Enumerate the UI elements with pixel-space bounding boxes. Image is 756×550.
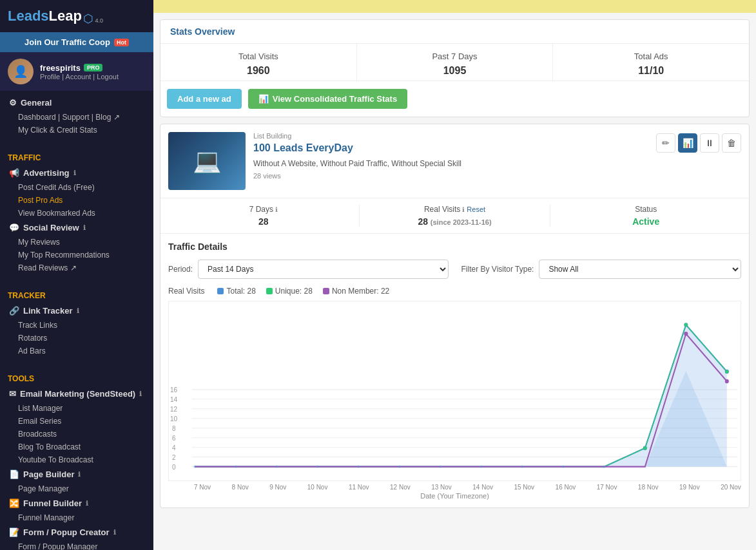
stats-button[interactable]: 📊 (678, 133, 697, 153)
svg-text:8: 8 (172, 425, 176, 432)
x-label-14nov: 14 Nov (472, 484, 493, 491)
info-icon-6[interactable]: ℹ (86, 500, 88, 507)
period-select[interactable]: Past 14 Days Past 7 Days Past 30 Days Pa… (198, 260, 448, 279)
info-icon-2[interactable]: ℹ (83, 224, 86, 231)
account-link[interactable]: Account (66, 73, 92, 81)
logo-version: ⬡ 4.0 (83, 12, 103, 26)
chart-x-title: Date (Your Timezone) (168, 492, 741, 500)
sidebar-item-link-tracker[interactable]: 🔗 Link Tracker ℹ (0, 303, 153, 319)
ad-card: 💻 List Building 100 Leads EveryDay Witho… (160, 124, 750, 508)
x-label-16nov: 16 Nov (556, 484, 576, 491)
visitor-type-select[interactable]: Show All Members Only Non Members Only (539, 260, 741, 279)
sidebar-item-form-creator[interactable]: 📝 Form / Popup Creator ℹ (0, 524, 153, 540)
svg-text:0: 0 (172, 464, 176, 471)
real-visits-since: (since 2023-11-16) (431, 218, 492, 226)
visitor-filter-group: Filter By Visitor Type: Show All Members… (461, 260, 742, 279)
svg-point-28 (725, 379, 729, 383)
status-label: Status (550, 205, 741, 214)
edit-button[interactable]: ✏ (656, 133, 675, 153)
form-icon: 📝 (9, 527, 19, 537)
sidebar-item-youtube-broadcast[interactable]: Youtube To Broadcast (0, 453, 153, 466)
traffic-section: Traffic 📢 Advertising ℹ Post Credit Ads … (0, 146, 153, 278)
sidebar-item-page-builder[interactable]: 📄 Page Builder ℹ (0, 466, 153, 482)
info-icon-3[interactable]: ℹ (77, 307, 79, 314)
sidebar-item-bookmarked-ads[interactable]: View Bookmarked Ads (0, 207, 153, 220)
svg-point-26 (725, 370, 728, 373)
x-label-17nov: 17 Nov (597, 484, 617, 491)
add-ad-button[interactable]: Add a new ad (167, 89, 242, 109)
sidebar-item-social-review[interactable]: 💬 Social Review ℹ (0, 220, 153, 236)
svg-text:14: 14 (170, 396, 177, 403)
delete-button[interactable]: 🗑 (722, 133, 741, 153)
sidebar-item-email-series[interactable]: Email Series (0, 415, 153, 428)
coop-button[interactable]: Join Our Traffic Coop Hot (0, 32, 153, 52)
info-icon-4[interactable]: ℹ (139, 390, 142, 397)
sidebar-item-click-credit[interactable]: My Click & Credit Stats (0, 124, 153, 137)
tools-section: Tools ✉ Email Marketing (SendSteed) ℹ Li… (0, 366, 153, 550)
sidebar-item-dashboard[interactable]: Dashboard | Support | Blog ↗ (0, 111, 153, 124)
email-icon: ✉ (9, 389, 16, 399)
info-icon-realvisits[interactable]: ℹ (462, 206, 465, 213)
total-ads-label: Total Ads (559, 52, 742, 61)
page-icon: 📄 (9, 469, 19, 479)
sidebar-item-ad-bars[interactable]: Ad Bars (0, 345, 153, 357)
sidebar-item-my-reviews[interactable]: My Reviews (0, 236, 153, 249)
sidebar-item-page-manager[interactable]: Page Manager (0, 482, 153, 495)
tracker-section: Tracker 🔗 Link Tracker ℹ Track Links Rot… (0, 283, 153, 361)
sidebar-item-post-pro-ads[interactable]: Post Pro Ads (0, 194, 153, 207)
info-icon-7[interactable]: ℹ (113, 529, 116, 536)
profile-link[interactable]: Profile (40, 73, 60, 81)
logout-link[interactable]: Logout (97, 73, 119, 81)
stats-row: Total Visits 1960 Past 7 Days 1095 Total… (160, 44, 749, 81)
sidebar-item-rotators[interactable]: Rotators (0, 332, 153, 345)
info-icon-7days[interactable]: ℹ (275, 206, 278, 213)
sidebar-item-track-links[interactable]: Track Links (0, 319, 153, 332)
ad-description: Without A Website, Without Paid Traffic,… (253, 158, 648, 169)
filter-by-visitor-label: Filter By Visitor Type: (461, 265, 534, 274)
total-ads-value: 11/10 (559, 65, 742, 77)
sidebar-item-funnel-builder[interactable]: 🔀 Funnel Builder ℹ (0, 495, 153, 511)
link-icon: 🔗 (9, 306, 19, 316)
past7days-cell: Past 7 Days 1095 (357, 44, 554, 81)
period-filter-group: Period: Past 14 Days Past 7 Days Past 30… (168, 260, 449, 279)
advertising-icon: 📢 (9, 168, 19, 178)
x-label-10nov: 10 Nov (307, 484, 328, 491)
sidebar-item-general[interactable]: ⚙ General (0, 95, 153, 111)
view-stats-button[interactable]: 📊 View Consolidated Traffic Stats (248, 89, 407, 109)
username: freespirits PRO (40, 63, 119, 73)
ad-category: List Building (253, 132, 648, 140)
user-links[interactable]: Profile | Account | Logout (40, 73, 119, 81)
sidebar-item-blog-broadcast[interactable]: Blog To Broadcast (0, 441, 153, 453)
stats-overview: Stats Overview Total Visits 1960 Past 7 … (160, 19, 750, 117)
ad-views: 28 views (253, 172, 648, 180)
info-icon-5[interactable]: ℹ (78, 471, 81, 478)
hot-badge: Hot (114, 39, 129, 46)
sidebar-item-advertising[interactable]: 📢 Advertising ℹ (0, 165, 153, 181)
pause-button[interactable]: ⏸ (700, 133, 719, 153)
unique-dot (266, 288, 273, 294)
top-bar (153, 0, 756, 13)
info-icon[interactable]: ℹ (73, 169, 76, 176)
reset-link[interactable]: Reset (467, 205, 485, 213)
svg-point-34 (398, 465, 401, 468)
sidebar-item-form-manager[interactable]: Form / Popup Manager (0, 540, 153, 550)
sidebar-item-top-recommendations[interactable]: My Top Recommendations (0, 249, 153, 261)
sidebar-item-funnel-manager[interactable]: Funnel Manager (0, 511, 153, 524)
avatar-image: 👤 (8, 59, 34, 84)
traffic-details-title: Traffic Details (168, 242, 741, 252)
ad-thumbnail: 💻 (168, 132, 246, 190)
svg-text:4: 4 (172, 444, 176, 451)
sidebar-item-post-credit-ads[interactable]: Post Credit Ads (Free) (0, 181, 153, 194)
seven-days-label: 7 Days ℹ (168, 205, 359, 214)
x-label-13nov: 13 Nov (431, 484, 452, 491)
social-review-icon: 💬 (9, 223, 19, 232)
sidebar-item-email-marketing[interactable]: ✉ Email Marketing (SendSteed) ℹ (0, 386, 153, 402)
sidebar-item-read-reviews[interactable]: Read Reviews ↗ (0, 261, 153, 274)
svg-text:10: 10 (170, 415, 177, 422)
sidebar-item-list-manager[interactable]: List Manager (0, 402, 153, 415)
seven-days-cell: 7 Days ℹ 28 (168, 205, 360, 227)
svg-point-25 (684, 323, 688, 327)
sidebar-item-broadcasts[interactable]: Broadcasts (0, 428, 153, 441)
chart-area: 0 2 4 6 8 10 (168, 301, 741, 481)
total-dot (217, 288, 224, 294)
